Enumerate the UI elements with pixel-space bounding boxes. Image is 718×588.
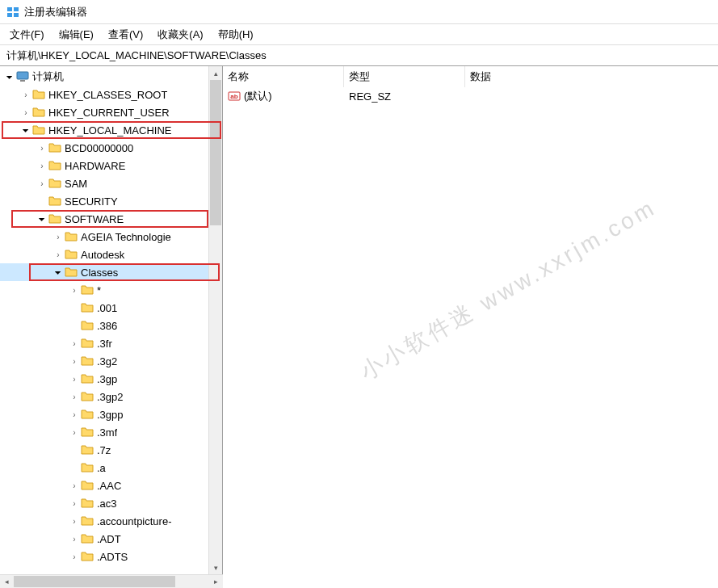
tree-label: .3g2 (97, 355, 117, 368)
scroll-thumb[interactable] (210, 80, 221, 225)
chevron-right-icon[interactable]: › (68, 390, 81, 403)
tree-node-7z[interactable]: .7z (0, 441, 209, 459)
address-bar[interactable]: 计算机\HKEY_LOCAL_MACHINE\SOFTWARE\Classes (0, 45, 718, 66)
chevron-right-icon[interactable]: › (68, 550, 81, 563)
tree-node-hardware[interactable]: › HARDWARE (0, 157, 209, 174)
tree-node-3mf[interactable]: › .3mf (0, 423, 209, 441)
tree-label: HARDWARE (65, 160, 125, 172)
tree-label: .3gp2 (97, 391, 124, 403)
titlebar: 注册表编辑器 (0, 0, 718, 24)
value-row[interactable]: ab (默认) REG_SZ (223, 87, 718, 105)
scroll-left-button[interactable]: ◂ (0, 575, 14, 588)
tree-node-adt[interactable]: › .ADT (0, 530, 209, 548)
tree-label: .386 (97, 320, 117, 332)
tree-label: HKEY_LOCAL_MACHINE (48, 124, 171, 136)
chevron-blank (68, 301, 81, 314)
tree-node-a[interactable]: .a (0, 459, 209, 477)
tree-node-classes[interactable]: ⏷ Classes (0, 263, 209, 281)
tree-node-sam[interactable]: › SAM (0, 174, 209, 192)
tree-label: HKEY_CLASSES_ROOT (48, 89, 167, 101)
tree-node-hkcr[interactable]: › HKEY_CLASSES_ROOT (0, 86, 209, 103)
folder-icon (81, 497, 94, 510)
tree-label: Classes (81, 267, 118, 279)
tree-node-3gp[interactable]: › .3gp (0, 370, 209, 388)
folder-icon (48, 177, 61, 190)
chevron-right-icon[interactable]: › (36, 177, 48, 190)
tree-label: .3fr (97, 338, 112, 350)
chevron-right-icon[interactable]: › (68, 532, 81, 545)
tree-node-001[interactable]: .001 (0, 299, 209, 317)
tree-node-ageia[interactable]: › AGEIA Technologie (0, 228, 209, 246)
tree-node-hklm[interactable]: ⏷ HKEY_LOCAL_MACHINE (0, 121, 209, 139)
column-header-type[interactable]: 类型 (344, 66, 465, 87)
svg-text:ab: ab (230, 93, 237, 100)
folder-icon (48, 212, 61, 225)
values-body: ab (默认) REG_SZ (223, 87, 718, 574)
tree-node-star[interactable]: › * (0, 281, 209, 299)
value-name: (默认) (244, 89, 272, 103)
chevron-right-icon[interactable]: › (19, 106, 32, 119)
tree-label: .AAC (97, 480, 121, 492)
tree-node-3fr[interactable]: › .3fr (0, 334, 209, 352)
tree-node-accountpicture[interactable]: › .accountpicture- (0, 512, 209, 530)
menu-file[interactable]: 文件(F) (3, 25, 51, 44)
scroll-track[interactable] (14, 575, 209, 588)
folder-icon (65, 230, 78, 243)
column-header-name[interactable]: 名称 (223, 66, 344, 87)
tree-node-adts[interactable]: › .ADTS (0, 548, 209, 565)
tree-node-3g2[interactable]: › .3g2 (0, 352, 209, 370)
tree-node-ac3[interactable]: › .ac3 (0, 494, 209, 512)
chevron-right-icon[interactable]: › (68, 337, 81, 350)
tree-node-aac[interactable]: › .AAC (0, 477, 209, 494)
folder-icon (48, 141, 61, 154)
folder-icon (81, 390, 94, 403)
tree-node-computer[interactable]: ⏷ 计算机 (0, 68, 209, 86)
tree-node-3gp2[interactable]: › .3gp2 (0, 388, 209, 405)
chevron-right-icon[interactable]: › (19, 88, 32, 101)
chevron-right-icon[interactable]: › (68, 355, 81, 368)
chevron-down-icon[interactable]: ⏷ (36, 212, 48, 225)
chevron-right-icon[interactable]: › (68, 426, 81, 439)
tree-node-software[interactable]: ⏷ SOFTWARE (0, 210, 209, 228)
chevron-right-icon[interactable]: › (68, 372, 81, 385)
tree-node-autodesk[interactable]: › Autodesk (0, 246, 209, 263)
chevron-down-icon[interactable]: ⏷ (3, 70, 16, 83)
tree-node-3gpp[interactable]: › .3gpp (0, 405, 209, 423)
chevron-right-icon[interactable]: › (68, 408, 81, 421)
chevron-down-icon[interactable]: ⏷ (52, 266, 65, 279)
horizontal-scrollbar[interactable]: ◂ ▸ (0, 574, 223, 588)
folder-icon (81, 284, 94, 296)
chevron-right-icon[interactable]: › (68, 284, 81, 296)
tree-node-386[interactable]: .386 (0, 317, 209, 334)
scroll-right-button[interactable]: ▸ (209, 575, 223, 588)
svg-rect-2 (7, 13, 12, 17)
tree-label: .a (97, 462, 106, 474)
vertical-scrollbar[interactable]: ▴ ▾ (208, 66, 222, 574)
tree-node-security[interactable]: SECURITY (0, 192, 209, 210)
menu-view[interactable]: 查看(V) (102, 25, 149, 44)
chevron-right-icon[interactable]: › (52, 230, 65, 243)
column-header-row: 名称 类型 数据 (223, 66, 718, 87)
tree-label: * (97, 284, 101, 296)
chevron-right-icon[interactable]: › (68, 514, 81, 527)
tree-node-hkcu[interactable]: › HKEY_CURRENT_USER (0, 103, 209, 121)
tree-label: SAM (65, 178, 87, 190)
chevron-right-icon[interactable]: › (36, 159, 48, 172)
scroll-down-button[interactable]: ▾ (209, 561, 222, 574)
chevron-right-icon[interactable]: › (68, 497, 81, 510)
menu-edit[interactable]: 编辑(E) (52, 25, 100, 44)
chevron-right-icon[interactable]: › (68, 479, 81, 492)
tree-node-bcd[interactable]: › BCD00000000 (0, 139, 209, 157)
window-title: 注册表编辑器 (24, 5, 87, 19)
scroll-up-button[interactable]: ▴ (209, 66, 222, 80)
column-header-data[interactable]: 数据 (465, 66, 718, 87)
menu-help[interactable]: 帮助(H) (212, 25, 260, 44)
tree-label: .3mf (97, 426, 117, 439)
menubar: 文件(F) 编辑(E) 查看(V) 收藏夹(A) 帮助(H) (0, 24, 718, 45)
chevron-right-icon[interactable]: › (52, 248, 65, 261)
scroll-thumb[interactable] (14, 576, 175, 587)
chevron-down-icon[interactable]: ⏷ (19, 124, 32, 136)
folder-icon (65, 248, 78, 261)
menu-favorites[interactable]: 收藏夹(A) (151, 25, 209, 44)
chevron-right-icon[interactable]: › (36, 141, 48, 154)
